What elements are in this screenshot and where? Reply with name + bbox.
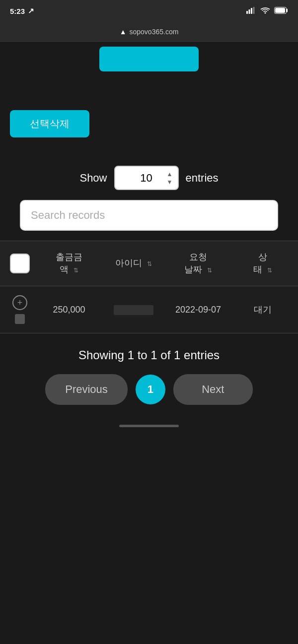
cell-id (103, 304, 164, 315)
search-row (0, 195, 298, 241)
browser-bar: ▲ sopovo365.com (0, 22, 298, 42)
svg-rect-3 (253, 7, 255, 14)
home-indicator (0, 415, 298, 432)
show-label: Show (79, 172, 107, 185)
top-cyan-button[interactable] (99, 47, 199, 71)
header-amount: 출금금 액 ⇅ (39, 251, 99, 276)
header-amount-label: 출금금 액 (56, 252, 82, 274)
home-bar (119, 425, 179, 427)
pagination-controls: Previous 1 Next (10, 374, 288, 405)
wifi-icon (260, 7, 270, 15)
browser-triangle-icon: ▲ (120, 28, 127, 36)
header-id-label: 아이디 (115, 258, 142, 268)
pagination-section: Showing 1 to 1 of 1 entries Previous 1 N… (0, 333, 298, 415)
cell-amount: 250,000 (39, 305, 99, 315)
svg-rect-2 (251, 8, 252, 14)
svg-rect-6 (275, 8, 285, 13)
status-right (246, 7, 288, 15)
header-date: 요청 날짜 ⇅ (168, 251, 228, 276)
page-1-button[interactable]: 1 (136, 375, 165, 404)
next-button[interactable]: Next (173, 374, 253, 405)
delete-selected-button[interactable]: 선택삭제 (10, 110, 89, 137)
entries-select[interactable]: 10 25 50 100 (114, 166, 179, 190)
svg-point-4 (265, 12, 266, 13)
search-input[interactable] (20, 200, 278, 231)
navigation-icon: ↗ (28, 6, 34, 15)
header-checkbox-area (5, 254, 35, 273)
header-status: 상 태 ⇅ (232, 251, 293, 276)
cell-status: 대기 (232, 304, 293, 316)
row-checkbox[interactable] (15, 314, 25, 324)
top-button-area (0, 42, 298, 91)
cell-date: 2022-09-07 (168, 305, 228, 315)
sort-arrows-id-icon[interactable]: ⇅ (147, 260, 152, 268)
add-row-button[interactable]: + (12, 295, 27, 310)
table-row: + 250,000 2022-09-07 대기 (0, 286, 298, 333)
table-header: 출금금 액 ⇅ 아이디 ⇅ 요청 날짜 ⇅ 상 태 ⇅ (0, 241, 298, 286)
entries-label: entries (186, 172, 219, 185)
sort-arrows-status-icon[interactable]: ⇅ (267, 266, 272, 275)
show-entries-row: Show 10 25 50 100 ▲ ▼ entries (0, 156, 298, 195)
entries-select-wrapper: 10 25 50 100 ▲ ▼ (114, 166, 179, 190)
id-redacted (114, 305, 153, 315)
svg-rect-1 (249, 9, 250, 14)
row-actions: + (5, 295, 35, 324)
amount-value: 250,000 (53, 305, 85, 315)
select-all-checkbox[interactable] (10, 254, 30, 273)
status-left: 5:23 ↗ (10, 6, 34, 15)
status-bar: 5:23 ↗ (0, 0, 298, 22)
browser-url: sopovo365.com (130, 28, 179, 36)
sort-arrows-date-icon[interactable]: ⇅ (207, 266, 212, 275)
time-display: 5:23 (10, 7, 25, 15)
svg-rect-0 (246, 11, 248, 14)
header-date-label: 요청 날짜 (184, 252, 207, 274)
sort-arrows-amount-icon[interactable]: ⇅ (74, 266, 78, 275)
status-value: 대기 (254, 305, 272, 315)
header-status-label: 상 태 (253, 252, 267, 274)
date-value: 2022-09-07 (175, 305, 221, 315)
header-id: 아이디 ⇅ (103, 257, 164, 269)
delete-section: 선택삭제 (0, 91, 298, 156)
signal-icon (246, 7, 256, 15)
showing-text: Showing 1 to 1 of 1 entries (10, 348, 288, 362)
battery-icon (274, 7, 288, 15)
previous-button[interactable]: Previous (45, 374, 128, 405)
